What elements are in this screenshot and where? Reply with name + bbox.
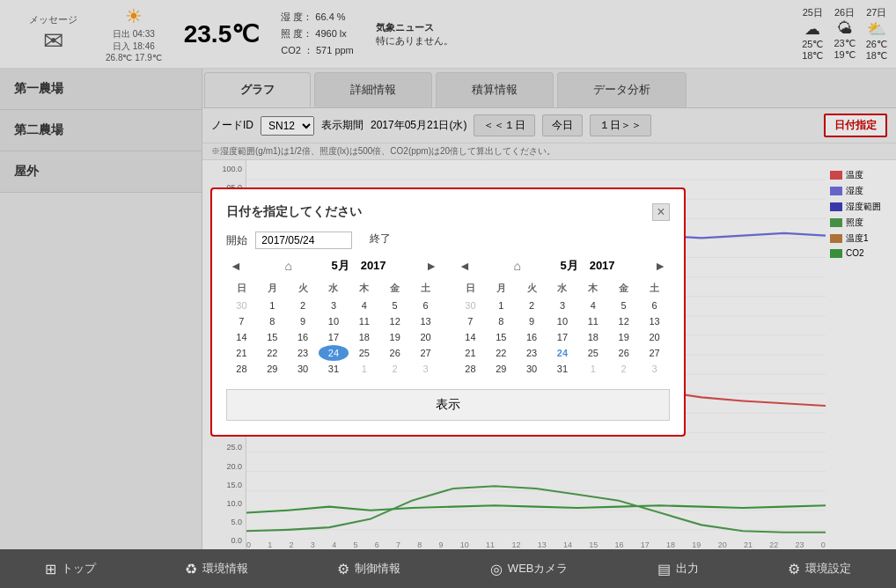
left-cal-day[interactable]: 29 <box>257 361 288 377</box>
nav-output[interactable]: ▤ 出力 <box>649 561 708 577</box>
right-cal-day[interactable]: 30 <box>455 298 486 313</box>
right-cal-day[interactable]: 8 <box>486 313 517 329</box>
right-cal-day[interactable]: 14 <box>455 329 486 345</box>
right-cal-day[interactable]: 7 <box>455 313 486 329</box>
right-next-button[interactable]: ► <box>650 259 670 273</box>
right-cal-day[interactable]: 26 <box>608 345 639 361</box>
left-home-button[interactable]: ⌂ <box>281 259 295 273</box>
left-cal-day[interactable]: 31 <box>319 361 349 377</box>
left-cal-day[interactable]: 14 <box>226 329 257 345</box>
right-cal-day[interactable]: 6 <box>639 298 670 313</box>
right-prev-button[interactable]: ◄ <box>455 259 474 273</box>
right-cal-day[interactable]: 13 <box>639 313 670 329</box>
right-cal-day[interactable]: 12 <box>608 313 639 329</box>
right-cal-day[interactable]: 16 <box>517 329 547 345</box>
left-cal-day[interactable]: 5 <box>379 298 410 313</box>
nav-env-info[interactable]: ♻ 環境情報 <box>176 561 257 577</box>
right-cal-day[interactable]: 1 <box>486 298 517 313</box>
right-cal-day[interactable]: 9 <box>517 313 547 329</box>
left-cal-day[interactable]: 30 <box>288 361 319 377</box>
right-cal-day[interactable]: 17 <box>547 329 578 345</box>
right-cal-day[interactable]: 25 <box>577 345 608 361</box>
sidebar-item-outdoor[interactable]: 屋外 <box>0 151 202 193</box>
left-next-button[interactable]: ► <box>422 259 441 273</box>
left-cal-day[interactable]: 23 <box>288 345 319 361</box>
left-cal-day[interactable]: 9 <box>288 313 319 329</box>
sidebar-item-farm2[interactable]: 第二農場 <box>0 110 202 151</box>
right-cal-day[interactable]: 2 <box>608 361 639 377</box>
sidebar-item-farm1[interactable]: 第一農場 <box>0 69 202 110</box>
right-cal-day-today[interactable]: 24 <box>547 345 578 361</box>
left-cal-day[interactable]: 18 <box>349 329 379 345</box>
nav-webcam[interactable]: ◎ WEBカメラ <box>481 561 577 577</box>
left-cal-day[interactable]: 28 <box>226 361 257 377</box>
right-cal-day[interactable]: 5 <box>608 298 639 313</box>
tab-cumulative[interactable]: 積算情報 <box>436 72 554 107</box>
node-select[interactable]: SN12 <box>261 116 314 136</box>
left-cal-day[interactable]: 21 <box>226 345 257 361</box>
right-cal-day[interactable]: 11 <box>577 313 608 329</box>
left-cal-day[interactable]: 1 <box>349 361 379 377</box>
sun-icon: ☀ <box>125 5 143 28</box>
left-cal-day[interactable]: 2 <box>379 361 410 377</box>
left-cal-day[interactable]: 27 <box>410 345 441 361</box>
left-cal-day[interactable]: 15 <box>257 329 288 345</box>
right-cal-day[interactable]: 18 <box>577 329 608 345</box>
display-button[interactable]: 表示 <box>226 389 670 421</box>
right-cal-day[interactable]: 20 <box>639 329 670 345</box>
left-cal-day[interactable]: 11 <box>349 313 379 329</box>
left-cal-day[interactable]: 19 <box>379 329 410 345</box>
left-cal-day[interactable]: 10 <box>319 313 349 329</box>
right-cal-day[interactable]: 21 <box>455 345 486 361</box>
left-cal-day[interactable]: 22 <box>257 345 288 361</box>
left-cal-day[interactable]: 13 <box>410 313 441 329</box>
right-cal-day[interactable]: 10 <box>547 313 578 329</box>
left-cal-day[interactable]: 8 <box>257 313 288 329</box>
left-prev-button[interactable]: ◄ <box>226 259 246 273</box>
left-cal-day[interactable]: 3 <box>319 298 349 313</box>
left-cal-day[interactable]: 4 <box>349 298 379 313</box>
temp-range: 26.8℃ 17.9℃ <box>106 53 162 62</box>
nav-control[interactable]: ⚙ 制御情報 <box>328 561 409 577</box>
left-cal-day[interactable]: 26 <box>379 345 410 361</box>
right-cal-day[interactable]: 27 <box>639 345 670 361</box>
right-cal-day[interactable]: 23 <box>517 345 547 361</box>
right-home-button[interactable]: ⌂ <box>510 259 524 273</box>
right-cal-day[interactable]: 29 <box>486 361 517 377</box>
nav-settings[interactable]: ⚙ 環境設定 <box>779 561 860 577</box>
right-cal-day[interactable]: 19 <box>608 329 639 345</box>
right-cal-day[interactable]: 28 <box>455 361 486 377</box>
tab-analysis[interactable]: データ分析 <box>557 72 687 107</box>
left-cal-day[interactable]: 20 <box>410 329 441 345</box>
right-cal-day[interactable]: 15 <box>486 329 517 345</box>
left-cal-day[interactable]: 16 <box>288 329 319 345</box>
left-cal-day[interactable]: 30 <box>226 298 257 313</box>
right-cal-day[interactable]: 30 <box>517 361 547 377</box>
modal-close-button[interactable]: × <box>652 203 670 221</box>
left-cal-day-selected[interactable]: 24 <box>319 345 349 361</box>
right-cal-day[interactable]: 2 <box>517 298 547 313</box>
date-specify-button[interactable]: 日付指定 <box>824 114 887 137</box>
right-cal-day[interactable]: 3 <box>639 361 670 377</box>
left-cal-day[interactable]: 6 <box>410 298 441 313</box>
right-cal-day[interactable]: 3 <box>547 298 578 313</box>
left-cal-day[interactable]: 12 <box>379 313 410 329</box>
nav-top[interactable]: ⊞ トップ <box>36 561 105 577</box>
left-cal-day[interactable]: 1 <box>257 298 288 313</box>
next-day-button[interactable]: １日＞＞ <box>590 114 651 136</box>
left-cal-day[interactable]: 17 <box>319 329 349 345</box>
left-cal-day[interactable]: 7 <box>226 313 257 329</box>
co2-label: CO2 ： <box>281 45 313 55</box>
prev-day-button[interactable]: ＜＜１日 <box>474 114 535 136</box>
left-cal-day[interactable]: 3 <box>410 361 441 377</box>
right-cal-day[interactable]: 22 <box>486 345 517 361</box>
tab-detail[interactable]: 詳細情報 <box>314 72 432 107</box>
right-cal-day[interactable]: 4 <box>577 298 608 313</box>
right-cal-day[interactable]: 1 <box>577 361 608 377</box>
left-cal-day[interactable]: 25 <box>349 345 379 361</box>
tab-graph[interactable]: グラフ <box>204 72 311 107</box>
start-date-input[interactable] <box>255 232 352 249</box>
left-cal-day[interactable]: 2 <box>288 298 319 313</box>
right-cal-day[interactable]: 31 <box>547 361 578 377</box>
today-button[interactable]: 今日 <box>542 114 583 136</box>
